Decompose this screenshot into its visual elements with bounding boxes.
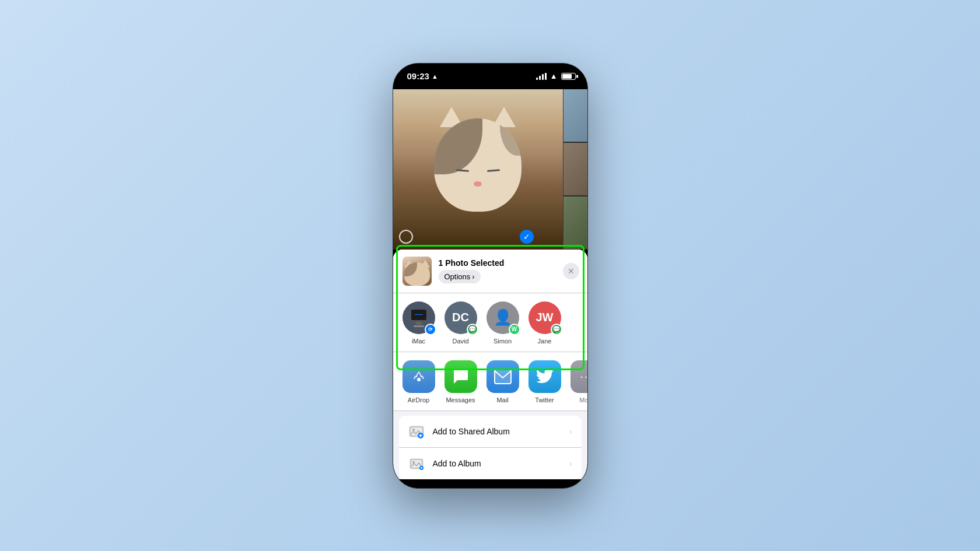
app-row-wrapper: AirDrop Messages	[393, 352, 587, 411]
chevron-right-icon-2: ›	[569, 459, 572, 468]
contact-avatar-jane: JW 💬	[528, 301, 561, 334]
twitter-app-icon	[528, 360, 561, 393]
svg-point-5	[412, 429, 415, 431]
contact-name-jane: Jane	[538, 338, 552, 345]
share-close-button[interactable]: ✕	[563, 263, 579, 279]
app-airdrop[interactable]: AirDrop	[402, 360, 435, 403]
messages-app-label: Messages	[446, 396, 475, 403]
contact-jane[interactable]: JW 💬 Jane	[528, 301, 561, 345]
side-thumb-3[interactable]	[564, 196, 587, 249]
app-messages[interactable]: Messages	[444, 360, 477, 403]
contact-avatar-imac: ⟳	[402, 301, 435, 334]
side-thumb-2[interactable]	[564, 143, 587, 195]
messages-badge-icon: 💬	[467, 324, 478, 335]
share-photo-count: 1 Photo Selected	[439, 258, 578, 268]
app-twitter[interactable]: Twitter	[528, 360, 561, 403]
battery-icon	[561, 73, 576, 80]
mail-app-label: Mail	[496, 396, 508, 403]
action-add-to-shared-album[interactable]: Add to Shared Album ›	[399, 416, 582, 448]
app-more[interactable]: ··· Mo...	[570, 360, 587, 403]
contact-name-simon: Simon	[494, 338, 512, 345]
airdrop-app-icon	[402, 360, 435, 393]
share-thumb	[402, 257, 432, 286]
photo-unselected-circle	[399, 230, 413, 244]
add-shared-album-icon	[408, 423, 425, 440]
share-info: 1 Photo Selected Options ›	[439, 258, 578, 283]
share-thumb-image	[402, 257, 432, 286]
location-icon: ▲	[432, 73, 438, 80]
contact-name-imac: iMac	[412, 338, 425, 345]
add-album-icon	[408, 455, 425, 472]
contact-avatar-david: DC 💬	[444, 301, 477, 334]
contact-imac[interactable]: ⟳ iMac	[402, 301, 435, 345]
svg-point-0	[417, 378, 421, 381]
time-display: 09:23	[407, 71, 429, 81]
contact-name-david: David	[452, 338, 468, 345]
app-row: AirDrop Messages	[393, 352, 587, 411]
action-list: Add to Shared Album ›	[399, 416, 582, 479]
add-album-label: Add to Album	[433, 459, 481, 468]
share-options-button[interactable]: Options ›	[439, 270, 481, 283]
contact-simon[interactable]: 👤 W Simon	[487, 301, 519, 345]
messages-app-icon	[444, 360, 477, 393]
app-mail[interactable]: Mail	[487, 360, 519, 403]
contact-row: ⟳ iMac DC 💬 David 👤 W Simon	[393, 293, 587, 352]
mail-app-icon	[487, 360, 519, 393]
status-time: 09:23 ▲	[407, 71, 438, 81]
main-photo[interactable]: ✓	[393, 89, 563, 250]
share-header: 1 Photo Selected Options › ✕	[393, 250, 587, 293]
more-app-icon: ···	[570, 360, 587, 393]
contact-david[interactable]: DC 💬 David	[444, 301, 477, 345]
photo-grid: ✓	[393, 89, 587, 250]
options-chevron-icon: ›	[472, 272, 474, 281]
chevron-right-icon: ›	[569, 427, 572, 436]
status-icons: ▲	[536, 72, 576, 80]
share-sheet: 1 Photo Selected Options › ✕	[393, 250, 587, 479]
contact-avatar-simon: 👤 W	[487, 301, 519, 334]
photo-side-column	[563, 89, 587, 250]
airdrop-badge-icon: ⟳	[425, 324, 436, 335]
svg-rect-1	[495, 370, 511, 384]
wifi-icon: ▲	[550, 72, 558, 80]
twitter-app-label: Twitter	[535, 396, 554, 403]
status-bar: 09:23 ▲ ▲	[393, 64, 587, 89]
close-icon: ✕	[568, 266, 575, 276]
options-label: Options	[444, 272, 471, 281]
messages-badge-jane-icon: 💬	[551, 324, 562, 335]
photo-selected-badge: ✓	[520, 230, 534, 244]
whatsapp-badge-icon: W	[509, 324, 520, 335]
side-thumb-1[interactable]	[564, 89, 587, 142]
phone-frame: 09:23 ▲ ▲	[393, 63, 588, 489]
add-shared-album-label: Add to Shared Album	[433, 427, 510, 436]
imac-device-icon	[410, 308, 428, 327]
airdrop-app-label: AirDrop	[408, 396, 429, 403]
signal-icon	[536, 73, 547, 80]
action-add-to-album[interactable]: Add to Album ›	[399, 448, 582, 479]
more-app-label: Mo...	[579, 396, 587, 403]
